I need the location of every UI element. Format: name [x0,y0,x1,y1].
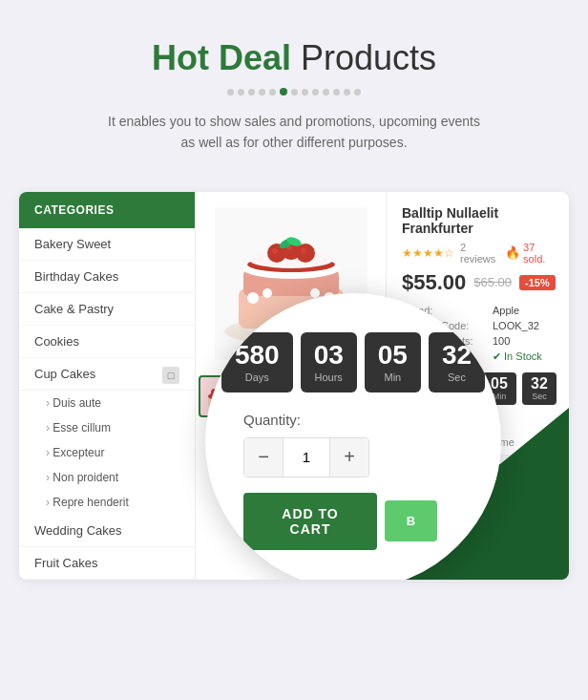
review-count[interactable]: 2 reviews [460,242,499,265]
price-old: $65.00 [473,275,512,289]
dot-7[interactable] [302,89,308,95]
svg-point-15 [262,288,272,298]
price-current: $55.00 [402,270,466,295]
dot-2[interactable] [248,89,255,95]
sidebar-subitem-repre[interactable]: Repre henderit [19,490,195,515]
dot-6[interactable] [291,89,298,95]
sidebar-item-fruit[interactable]: Fruit Cakes [19,547,195,580]
sidebar-subitem-esse[interactable]: Esse cillum [19,415,195,440]
sidebar-header: CATEGORIES [19,192,195,228]
star-rating: ★★★★☆ [402,246,454,260]
sidebar-item-bakery[interactable]: Bakery Sweet [19,228,195,261]
title-highlight: Hot Deal [152,38,291,77]
cbox-min: 05 Min [365,332,421,392]
dot-11[interactable] [344,89,350,95]
svg-point-11 [301,248,306,254]
sidebar-item-wedding[interactable]: Wedding Cakes [19,515,195,547]
title-normal: Products [291,38,436,77]
bottom-buttons: ADD TO CART B [243,493,463,550]
sidebar-subitem-duis[interactable]: Duis aute [19,391,195,415]
dot-10[interactable] [333,89,340,95]
dot-3[interactable] [259,89,265,95]
sidebar-item-cookies[interactable]: Cookies [19,326,195,358]
dot-4[interactable] [269,89,276,95]
header-section: Hot Deal Products It enables you to show… [0,0,588,182]
zoom-overlay: 580 Days 03 Hours 05 Min 32 Sec Quant [205,293,501,580]
countdown-large: 580 Days 03 Hours 05 Min 32 Sec [221,332,485,392]
sidebar-item-cake[interactable]: Cake & Pastry [19,293,195,326]
quantity-decrease-button[interactable]: − [244,438,283,477]
add-to-cart-button[interactable]: ADD TO CART [243,493,377,550]
quantity-controls: − + [243,437,369,477]
sidebar-subitem-excepteur[interactable]: Excepteur [19,440,195,465]
sold-badge: 🔥 37 sold. [505,242,554,265]
quantity-increase-button[interactable]: + [330,438,368,477]
discount-badge: -15% [519,275,556,290]
sidebar-item-cupcakes[interactable]: Cup Cakes □ [19,358,195,391]
quantity-title: Quantity: [243,412,463,428]
zoom-content: 580 Days 03 Hours 05 Min 32 Sec Quant [205,293,501,580]
dot-9[interactable] [323,89,329,95]
expand-icon: □ [162,367,179,384]
sidebar: CATEGORIES Bakery Sweet Birthday Cakes C… [19,192,196,580]
header-description: It enables you to show sales and promoti… [19,111,569,154]
dot-1[interactable] [238,89,244,95]
page-title: Hot Deal Products [19,38,569,78]
dot-0[interactable] [227,89,234,95]
svg-point-14 [247,292,259,304]
cbox-hours: 03 Hours [301,332,357,392]
price-row: $55.00 $65.00 -15% [402,270,554,295]
dots-indicator [19,88,569,95]
dot-5[interactable] [280,88,287,95]
quantity-section: Quantity: − + ADD TO CART B [224,412,482,550]
rating-row: ★★★★☆ 2 reviews 🔥 37 sold. [402,242,554,265]
dot-8[interactable] [312,89,319,95]
fire-icon: 🔥 [505,245,520,260]
countdown-sec: 32 Sec [522,372,556,405]
product-card: CATEGORIES Bakery Sweet Birthday Cakes C… [19,192,569,580]
quantity-input[interactable] [283,438,330,477]
svg-point-9 [272,248,278,254]
buy-now-button[interactable]: B [385,500,437,541]
product-name: Balltip Nullaelit Frankfurter [402,205,554,236]
sidebar-item-birthday[interactable]: Birthday Cakes [19,261,195,293]
sidebar-subitem-non[interactable]: Non proident [19,465,195,490]
availability-value: ✔ In Stock [493,350,542,363]
dot-12[interactable] [354,89,361,95]
